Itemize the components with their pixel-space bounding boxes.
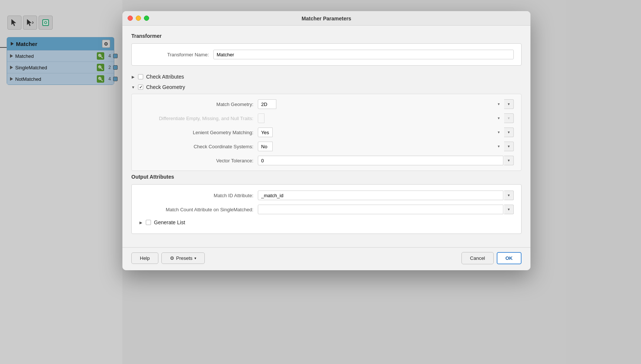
minimize-window-button[interactable]: [136, 16, 141, 21]
maximize-window-button[interactable]: [144, 16, 149, 21]
differentiate-label: Differentiate Empty, Missing, and Null T…: [139, 116, 258, 121]
lenient-geometry-select-wrapper: Yes No: [258, 128, 503, 137]
coordinate-systems-select[interactable]: No Yes: [258, 142, 273, 151]
lenient-geometry-dropdown-btn[interactable]: ▼: [504, 128, 514, 137]
close-window-button[interactable]: [128, 16, 133, 21]
check-attributes-checkbox[interactable]: [138, 74, 143, 79]
match-count-side-btn[interactable]: ▼: [504, 205, 514, 214]
vector-tolerance-label: Vector Tolerance:: [139, 158, 258, 163]
differentiate-dropdown-wrapper: ▼: [258, 113, 514, 123]
match-geometry-select[interactable]: 2D 3D None: [258, 99, 276, 109]
coordinate-systems-select-wrapper: No Yes: [258, 142, 503, 151]
check-attributes-row[interactable]: Check Attributes: [131, 72, 522, 82]
match-geometry-dropdown-wrapper: 2D 3D None ▼: [258, 99, 514, 109]
dialog-body: Transformer Transformer Name: Check Attr…: [122, 26, 530, 247]
presets-label: Presets: [176, 255, 193, 261]
dialog-footer: Help ⚙ Presets ▾ Cancel OK: [122, 247, 530, 270]
check-geometry-content: Match Geometry: 2D 3D None ▼ Differentia…: [131, 94, 522, 171]
lenient-geometry-row: Lenient Geometry Matching: Yes No ▼: [139, 128, 514, 137]
match-id-row: Match ID Attribute: ▼: [139, 191, 514, 200]
generate-list-arrow: [139, 221, 143, 224]
vector-tolerance-row: Vector Tolerance: ▼: [139, 156, 514, 165]
output-attributes-header: Output Attributes: [131, 174, 522, 180]
coordinate-systems-row: Check Coordinate Systems: No Yes ▼: [139, 142, 514, 151]
vector-tolerance-input-wrapper: ▼: [258, 156, 514, 165]
coordinate-systems-label: Check Coordinate Systems:: [139, 144, 258, 149]
lenient-geometry-label: Lenient Geometry Matching:: [139, 130, 258, 135]
presets-gear-icon: ⚙: [170, 255, 174, 261]
match-id-side-btn[interactable]: ▼: [504, 191, 514, 200]
match-count-input-wrapper: ▼: [258, 205, 514, 214]
check-attributes-arrow: [131, 75, 135, 79]
match-geometry-select-wrapper: 2D 3D None: [258, 99, 503, 109]
presets-button[interactable]: ⚙ Presets ▾: [161, 252, 205, 264]
differentiate-select[interactable]: [258, 113, 264, 123]
transformer-section-header: Transformer: [131, 33, 522, 39]
check-geometry-checkbox[interactable]: [138, 85, 143, 90]
ok-button[interactable]: OK: [497, 252, 522, 264]
match-count-input[interactable]: [258, 205, 503, 214]
footer-right: Cancel OK: [461, 252, 522, 264]
presets-chevron-icon: ▾: [194, 256, 196, 260]
output-attributes-card: Match ID Attribute: ▼ Match Count Attrib…: [131, 184, 522, 234]
differentiate-select-wrapper: [258, 113, 503, 123]
check-geometry-arrow: [131, 85, 135, 89]
dialog-title: Matcher Parameters: [302, 16, 351, 21]
generate-list-row[interactable]: Generate List: [139, 217, 514, 228]
transformer-name-label: Transformer Name:: [139, 52, 213, 57]
match-count-label: Match Count Attribute on SingleMatched:: [139, 207, 258, 212]
footer-left: Help ⚙ Presets ▾: [131, 252, 205, 264]
matcher-parameters-dialog: Matcher Parameters Transformer Transform…: [122, 11, 530, 270]
vector-tolerance-input[interactable]: [258, 156, 503, 165]
titlebar-controls: [128, 16, 149, 21]
match-id-input[interactable]: [258, 191, 503, 200]
generate-list-label: Generate List: [154, 219, 185, 225]
match-geometry-row: Match Geometry: 2D 3D None ▼: [139, 99, 514, 109]
coordinate-systems-dropdown-btn[interactable]: ▼: [504, 142, 514, 151]
help-button[interactable]: Help: [131, 252, 158, 264]
match-count-row: Match Count Attribute on SingleMatched: …: [139, 205, 514, 214]
differentiate-dropdown-btn[interactable]: ▼: [504, 113, 514, 123]
lenient-geometry-select[interactable]: Yes No: [258, 128, 273, 137]
match-id-label: Match ID Attribute:: [139, 193, 258, 198]
transformer-name-row: Transformer Name:: [139, 50, 514, 59]
coordinate-systems-dropdown-wrapper: No Yes ▼: [258, 142, 514, 151]
dialog-titlebar: Matcher Parameters: [122, 11, 530, 26]
lenient-geometry-dropdown-wrapper: Yes No ▼: [258, 128, 514, 137]
differentiate-row: Differentiate Empty, Missing, and Null T…: [139, 113, 514, 123]
check-geometry-row[interactable]: Check Geometry: [131, 82, 522, 92]
match-geometry-dropdown-btn[interactable]: ▼: [504, 99, 514, 109]
check-geometry-label: Check Geometry: [146, 84, 185, 90]
match-geometry-label: Match Geometry:: [139, 102, 258, 107]
match-id-input-wrapper: ▼: [258, 191, 514, 200]
cancel-button[interactable]: Cancel: [461, 252, 493, 264]
transformer-name-input[interactable]: [213, 50, 514, 59]
check-attributes-label: Check Attributes: [146, 74, 184, 80]
generate-list-checkbox[interactable]: [146, 220, 151, 225]
transformer-card: Transformer Name:: [131, 43, 522, 66]
vector-tolerance-side-btn[interactable]: ▼: [504, 156, 514, 165]
